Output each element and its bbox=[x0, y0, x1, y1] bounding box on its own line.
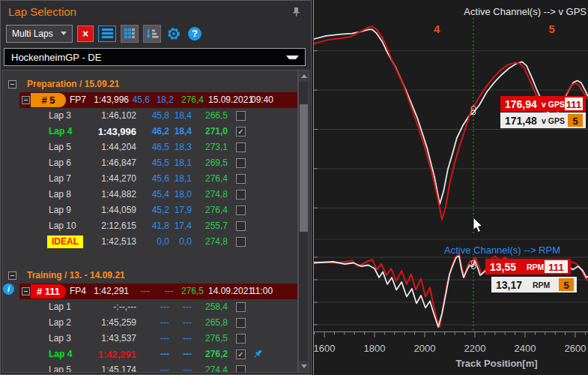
lap-time: 1:46,847 bbox=[78, 155, 136, 171]
car-number-badge: # 5 bbox=[31, 93, 66, 107]
track-select[interactable]: HockenheimGP - DE bbox=[4, 48, 306, 66]
group-label: Preparation / 15.09.21 bbox=[27, 76, 119, 92]
lap-time: 1:42,513 bbox=[78, 234, 136, 250]
lap-vmax: 274,8 bbox=[193, 187, 228, 202]
lap-label: Lap 5 bbox=[49, 362, 71, 373]
scroll-down-button[interactable] bbox=[299, 361, 309, 372]
svg-text:5: 5 bbox=[563, 280, 569, 291]
session-row[interactable]: # 5FP71:43,99645,618,2276,415.09.202109:… bbox=[3, 92, 297, 108]
lap-checkbox[interactable] bbox=[236, 142, 246, 152]
lap-row[interactable]: Lap 61:46,84745,518,1269,5 bbox=[3, 155, 297, 171]
x-axis-title: Track Position[m] bbox=[455, 358, 537, 369]
help-icon: ? bbox=[188, 27, 201, 40]
lap-label: Lap 4 bbox=[49, 346, 72, 362]
session-group-header[interactable]: Preparation / 15.09.21 bbox=[3, 76, 297, 92]
lap-checkbox[interactable] bbox=[236, 111, 246, 121]
lap-value-2: --- bbox=[163, 331, 192, 346]
lap-row[interactable]: Lap 71:44,27045,618,1276,4 bbox=[3, 171, 297, 187]
columns-view-button[interactable] bbox=[121, 25, 139, 43]
chevron-down-icon bbox=[61, 32, 67, 35]
lap-row[interactable]: Lap 91:44,05945,217,9276,4 bbox=[3, 202, 297, 218]
table-columns-icon bbox=[124, 28, 135, 39]
lap-checkbox[interactable]: ✓ bbox=[236, 127, 246, 136]
svg-text:v GPS: v GPS bbox=[542, 116, 565, 125]
lap-label: Lap 7 bbox=[49, 171, 71, 187]
lap-value-2: 18,4 bbox=[163, 108, 192, 124]
lap-label: Lap 1 bbox=[49, 299, 71, 315]
collapse-toggle[interactable] bbox=[22, 96, 30, 104]
settings-button[interactable] bbox=[166, 26, 182, 42]
lap-checkbox[interactable] bbox=[236, 206, 246, 215]
session-row[interactable]: # 111FP41:42,291------276,514.09.202111:… bbox=[3, 284, 297, 299]
lap-checkbox[interactable] bbox=[236, 158, 246, 168]
scrollbar-thumb[interactable] bbox=[300, 104, 308, 232]
lap-checkbox[interactable] bbox=[236, 334, 246, 344]
help-button[interactable]: ? bbox=[187, 26, 203, 42]
lap-mode-dropdown[interactable]: Multi Laps bbox=[6, 25, 73, 43]
lap-vmax: 258,4 bbox=[193, 299, 228, 315]
scrollbar[interactable] bbox=[298, 70, 309, 373]
lap-checkbox[interactable] bbox=[236, 237, 246, 247]
triangle-down-icon bbox=[301, 364, 307, 368]
lap-checkbox[interactable] bbox=[236, 365, 246, 373]
value-readout-111[interactable]: 176,94v GPS111 bbox=[500, 96, 586, 112]
chart-canvas[interactable]: 160018002000220024002600Track Position[m… bbox=[312, 0, 588, 375]
value-readout-5[interactable]: 13,17RPM5 bbox=[491, 277, 577, 292]
lap-row[interactable]: Lap 51:45,174------274,4 bbox=[3, 362, 297, 373]
lap-time: 1:45,259 bbox=[78, 315, 136, 331]
gear-icon bbox=[166, 26, 181, 41]
lap-checkbox[interactable] bbox=[236, 174, 246, 184]
collapse-toggle[interactable] bbox=[8, 80, 16, 88]
svg-text:13,55: 13,55 bbox=[490, 261, 516, 273]
lap-checkbox[interactable] bbox=[236, 221, 246, 231]
info-icon[interactable]: i bbox=[3, 284, 14, 295]
panel-titlebar: Lap Selection bbox=[1, 1, 311, 23]
lap-time: 1:42,291 bbox=[78, 346, 136, 362]
collapse-toggle[interactable] bbox=[8, 272, 16, 280]
lap-row[interactable]: Lap 31:43,537------276,5 bbox=[3, 331, 297, 346]
lap-row[interactable]: Lap 102:12,61541,817,4255,7 bbox=[3, 218, 297, 234]
lap-list-view-button[interactable] bbox=[98, 26, 116, 42]
lap-row[interactable]: Lap 81:44,88245,418,0274,8 bbox=[3, 187, 297, 202]
lap-row[interactable]: IDEAL1:42,5130,00,0274,8 bbox=[3, 234, 297, 250]
sort-laps-button[interactable] bbox=[143, 25, 161, 43]
value-readout-111[interactable]: 13,55RPM111 bbox=[485, 259, 571, 274]
lap-value-2: --- bbox=[163, 346, 192, 362]
session-group-header[interactable]: Training / 13. - 14.09.21 bbox=[3, 268, 297, 284]
lap-checkbox[interactable] bbox=[236, 318, 246, 328]
lap-row[interactable]: Lap 51:44,20446,518,3273,1 bbox=[3, 140, 297, 155]
lap-value-2: 17,4 bbox=[163, 218, 192, 234]
lap-checkbox[interactable]: ✓ bbox=[236, 350, 246, 359]
lap-time: 1:45,174 bbox=[78, 362, 136, 373]
lap-mode-label: Multi Laps bbox=[12, 28, 53, 39]
lap-time: -:--,--- bbox=[78, 299, 136, 315]
delete-lap-button[interactable]: × bbox=[77, 26, 94, 42]
lap-row[interactable]: Lap 31:46,10245,818,4266,5 bbox=[3, 108, 297, 124]
lap-label: Lap 2 bbox=[49, 315, 71, 331]
lap-checkbox[interactable] bbox=[236, 190, 246, 200]
lap-time: 1:44,882 bbox=[78, 187, 136, 202]
scroll-up-button[interactable] bbox=[299, 70, 309, 82]
lap-label: Lap 10 bbox=[49, 218, 76, 234]
collapse-toggle[interactable] bbox=[22, 287, 30, 296]
session-clock: 09:40 bbox=[251, 92, 273, 108]
session-value-1: --- bbox=[123, 284, 150, 299]
pin-icon[interactable] bbox=[291, 7, 302, 17]
svg-text:RPM: RPM bbox=[527, 262, 545, 272]
lap-row[interactable]: Lap 1-:--,---------258,4 bbox=[3, 299, 297, 315]
lap-row[interactable]: Lap 21:45,259------265,8 bbox=[3, 315, 297, 331]
sector-number: 4 bbox=[434, 22, 440, 35]
lap-vmax: 266,5 bbox=[193, 108, 228, 124]
value-readout-5[interactable]: 171,48v GPS5 bbox=[500, 112, 586, 128]
lap-list: Preparation / 15.09.21# 5FP71:43,99645,6… bbox=[2, 70, 298, 373]
session-date: 14.09.2021 bbox=[208, 284, 253, 299]
lap-row[interactable]: Lap 41:43,99646,218,4271,0✓ bbox=[3, 124, 297, 140]
track-select-value: HockenheimGP - DE bbox=[4, 52, 101, 63]
lap-toolbar: Multi Laps × bbox=[6, 24, 203, 43]
lap-time: 1:44,270 bbox=[78, 171, 136, 187]
lap-label: Lap 3 bbox=[49, 331, 71, 346]
lap-row[interactable]: Lap 41:42,291------276,2✓ bbox=[3, 346, 297, 362]
pin-icon[interactable] bbox=[252, 349, 263, 359]
list-gap bbox=[3, 250, 297, 268]
lap-checkbox[interactable] bbox=[236, 302, 246, 312]
